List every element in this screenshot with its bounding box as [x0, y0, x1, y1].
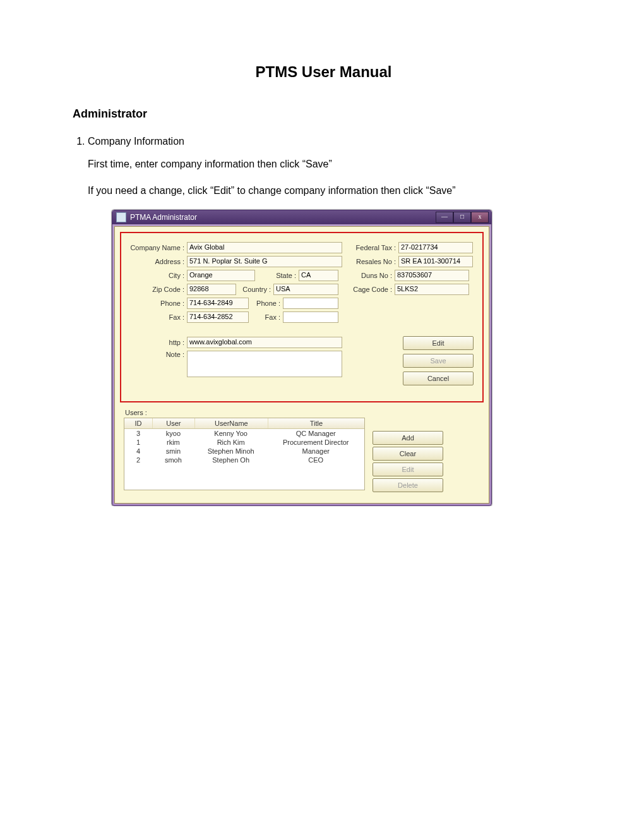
label-company-name: Company Name :: [128, 244, 187, 251]
duns-no-field[interactable]: 837053607: [395, 270, 469, 281]
cell-username: Rich Kim: [194, 438, 268, 447]
label-city: City :: [128, 272, 187, 279]
note-field[interactable]: [187, 351, 342, 377]
cell-username: Kenny Yoo: [194, 429, 268, 438]
col-username[interactable]: UserName: [195, 418, 268, 428]
page-title: PTMS User Manual: [73, 63, 575, 81]
paragraph: First time, enter company information th…: [88, 157, 575, 171]
table-row[interactable]: 3 kyoo Kenny Yoo QC Manager: [124, 429, 364, 438]
delete-user-button[interactable]: Delete: [373, 478, 443, 492]
label-country: Country :: [236, 286, 273, 293]
state-field[interactable]: CA: [299, 270, 338, 281]
app-icon: [116, 212, 126, 222]
label-fax1: Fax :: [128, 313, 187, 321]
cell-id: 4: [124, 447, 152, 456]
users-table[interactable]: ID User UserName Title 3 kyoo Kenny Yoo …: [124, 418, 365, 490]
cell-title: QC Manager: [268, 429, 364, 438]
table-row[interactable]: 1 rkim Rich Kim Procurement Director: [124, 438, 364, 447]
close-button[interactable]: x: [471, 212, 489, 223]
cell-id: 2: [124, 456, 152, 464]
section-heading: Administrator: [73, 107, 575, 121]
cell-id: 1: [124, 438, 152, 447]
resales-no-field[interactable]: SR EA 101-300714: [398, 256, 473, 267]
label-cage-code: Cage Code :: [338, 286, 395, 293]
add-user-button[interactable]: Add: [373, 431, 443, 445]
users-heading: Users :: [125, 409, 480, 416]
paragraph: If you need a change, click “Edit” to ch…: [88, 184, 575, 198]
app-window: PTMA Administrator — □ x Company Name : …: [112, 210, 492, 506]
label-phone2: Phone :: [249, 299, 283, 307]
col-title[interactable]: Title: [268, 418, 364, 428]
cell-user: smoh: [152, 456, 194, 464]
clear-user-button[interactable]: Clear: [373, 447, 443, 461]
cell-user: smin: [152, 447, 194, 456]
save-button[interactable]: Save: [403, 354, 474, 368]
edit-user-button[interactable]: Edit: [373, 462, 443, 476]
edit-button[interactable]: Edit: [403, 336, 474, 350]
address-field[interactable]: 571 N. Poplar St. Suite G: [187, 256, 342, 267]
maximize-button[interactable]: □: [453, 212, 471, 223]
label-resales-no: Resales No :: [342, 258, 398, 265]
phone1-field[interactable]: 714-634-2849: [187, 298, 249, 309]
label-duns-no: Duns No :: [338, 272, 395, 279]
cage-code-field[interactable]: 5LKS2: [395, 284, 469, 295]
zip-field[interactable]: 92868: [187, 284, 236, 295]
label-federal-tax: Federal Tax :: [342, 244, 398, 251]
http-field[interactable]: www.avixglobal.com: [187, 337, 342, 348]
label-phone1: Phone :: [128, 299, 187, 307]
step-label: Company Information: [88, 136, 184, 147]
titlebar[interactable]: PTMA Administrator — □ x: [112, 210, 491, 224]
cell-title: Manager: [268, 447, 364, 456]
table-row[interactable]: 2 smoh Stephen Oh CEO: [124, 456, 364, 464]
col-user[interactable]: User: [153, 418, 195, 428]
cell-title: CEO: [268, 456, 364, 464]
phone2-field[interactable]: [283, 298, 338, 309]
cell-user: kyoo: [152, 429, 194, 438]
cell-id: 3: [124, 429, 152, 438]
company-name-field[interactable]: Avix Global: [187, 242, 342, 253]
cancel-button[interactable]: Cancel: [403, 372, 474, 385]
city-field[interactable]: Orange: [187, 270, 255, 281]
col-id[interactable]: ID: [124, 418, 153, 428]
federal-tax-field[interactable]: 27-0217734: [398, 242, 473, 253]
table-row[interactable]: 4 smin Stephen Minoh Manager: [124, 447, 364, 456]
cell-title: Procurement Director: [268, 438, 364, 447]
minimize-button[interactable]: —: [436, 212, 453, 223]
window-title: PTMA Administrator: [130, 213, 436, 222]
fax1-field[interactable]: 714-634-2852: [187, 311, 249, 323]
label-zip: Zip Code :: [128, 286, 187, 293]
cell-username: Stephen Minoh: [194, 447, 268, 456]
label-http: http :: [128, 339, 187, 346]
label-fax2: Fax :: [249, 313, 283, 321]
label-address: Address :: [128, 258, 187, 265]
country-field[interactable]: USA: [273, 284, 338, 295]
label-note: Note :: [128, 351, 187, 358]
cell-username: Stephen Oh: [194, 456, 268, 464]
cell-user: rkim: [152, 438, 194, 447]
company-info-frame: Company Name : Avix Global Federal Tax :…: [120, 232, 484, 402]
label-state: State :: [255, 272, 299, 279]
fax2-field[interactable]: [283, 311, 338, 323]
